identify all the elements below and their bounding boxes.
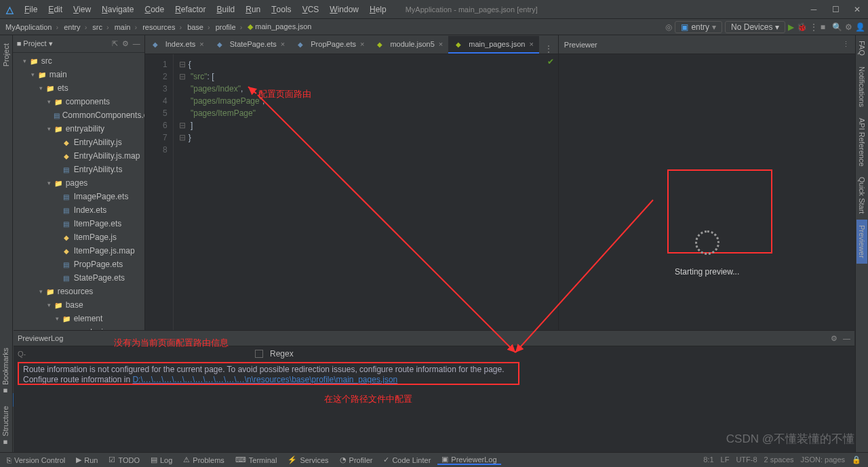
menu-file[interactable]: File bbox=[19, 0, 43, 18]
tree-item[interactable]: ▾📁pages bbox=[13, 176, 144, 190]
menu-help[interactable]: Help bbox=[364, 0, 392, 18]
breadcrumb-item[interactable]: MyApplication bbox=[3, 23, 61, 31]
right-tab-previewer[interactable]: Previewer bbox=[856, 220, 867, 264]
hide-icon[interactable]: — bbox=[133, 39, 140, 48]
right-tab-notifications[interactable]: Notifications bbox=[856, 61, 867, 113]
tree-item[interactable]: ▾📁element bbox=[13, 312, 144, 325]
search-icon[interactable]: 🔍 bbox=[832, 22, 842, 32]
editor-tab[interactable]: ◆main_pages.json× bbox=[448, 36, 539, 54]
breadcrumb-item[interactable]: ◆main_pages.json bbox=[245, 22, 318, 31]
status-tool-log[interactable]: ▤Log bbox=[146, 455, 176, 464]
debug-icon[interactable]: 🐞 bbox=[797, 22, 807, 32]
js-icon: ◆ bbox=[62, 246, 71, 256]
file-icon: ▤ bbox=[62, 219, 71, 228]
collapse-icon[interactable]: ⇱ bbox=[112, 39, 118, 48]
tree-item[interactable]: ▾📁entryability bbox=[13, 122, 144, 136]
status-info[interactable]: JSON: pages bbox=[801, 455, 845, 464]
menu-code[interactable]: Code bbox=[139, 0, 170, 18]
js-icon: ◆ bbox=[62, 151, 71, 161]
status-info[interactable]: 8:1 bbox=[703, 455, 713, 464]
tree-item[interactable]: ▤PropPage.ets bbox=[13, 258, 144, 271]
tree-item[interactable]: ▤EntryAbility.ts bbox=[13, 163, 144, 176]
run-icon[interactable]: ▶ bbox=[788, 22, 794, 32]
minimize-button[interactable]: ─ bbox=[803, 0, 825, 19]
more-run-icon[interactable]: ⋮ bbox=[810, 22, 818, 32]
breadcrumb-item[interactable]: base bbox=[184, 23, 213, 31]
tree-item[interactable]: ▤ImagePage.ets bbox=[13, 190, 144, 203]
run-config-selector[interactable]: ▣entry▾ bbox=[675, 21, 722, 33]
menu-build[interactable]: Build bbox=[212, 0, 241, 18]
menu-vcs[interactable]: VCS bbox=[297, 0, 325, 18]
tree-item[interactable]: ◆ItemPage.js bbox=[13, 230, 144, 244]
close-tab-icon[interactable]: × bbox=[439, 40, 443, 48]
maximize-button[interactable]: ☐ bbox=[825, 0, 846, 19]
close-button[interactable]: ✕ bbox=[846, 0, 868, 19]
tree-item[interactable]: ◆ItemPage.js.map bbox=[13, 244, 144, 258]
close-tab-icon[interactable]: × bbox=[529, 40, 533, 48]
close-tab-icon[interactable]: × bbox=[360, 40, 364, 48]
tree-item[interactable]: ▾📁base bbox=[13, 298, 144, 312]
editor-tab[interactable]: ◆Index.ets× bbox=[145, 36, 210, 54]
tree-item[interactable]: ▤CommonComponents.ets bbox=[13, 108, 144, 122]
tree-item[interactable]: ▾📁components bbox=[13, 95, 144, 108]
status-tool-services[interactable]: ⚡Services bbox=[283, 455, 332, 464]
settings-icon[interactable]: ⚙ bbox=[845, 22, 852, 32]
tree-item[interactable]: ▤ItemPage.ets bbox=[13, 217, 144, 230]
menu-tools[interactable]: Tools bbox=[266, 0, 296, 18]
status-tool-code-linter[interactable]: ✓Code Linter bbox=[379, 455, 435, 464]
breadcrumb-item[interactable]: profile bbox=[213, 23, 245, 31]
status-tool-terminal[interactable]: ⌨Terminal bbox=[231, 455, 281, 464]
status-tool-previewerlog[interactable]: ▣PreviewerLog bbox=[437, 455, 500, 465]
user-icon[interactable]: 👤 bbox=[855, 22, 865, 32]
menu-window[interactable]: Window bbox=[324, 0, 364, 18]
target-icon[interactable]: ◎ bbox=[665, 22, 672, 32]
tree-item[interactable]: ▤Index.ets bbox=[13, 203, 144, 217]
menu-refactor[interactable]: Refactor bbox=[170, 0, 211, 18]
tree-item[interactable]: ▾📁main bbox=[13, 68, 144, 81]
breadcrumb-item[interactable]: src bbox=[90, 23, 111, 31]
tree-item[interactable]: ▾📁ets bbox=[13, 81, 144, 95]
tree-item[interactable]: ◆EntryAbility.js.map bbox=[13, 149, 144, 163]
editor-tab[interactable]: ◆module.json5× bbox=[370, 36, 448, 54]
tree-item[interactable]: ▾📁src bbox=[13, 54, 144, 68]
left-tab-structure[interactable]: ■ Structure bbox=[0, 401, 14, 452]
tree-item[interactable]: ▤StatePage.ets bbox=[13, 271, 144, 285]
editor-tab[interactable]: ◆StatePage.ets× bbox=[210, 36, 291, 54]
close-tab-icon[interactable]: × bbox=[281, 40, 285, 48]
left-tab-bookmarks[interactable]: ■ Bookmarks bbox=[0, 342, 14, 401]
menu-view[interactable]: View bbox=[68, 0, 96, 18]
status-info[interactable]: 2 spaces bbox=[764, 455, 794, 464]
gear-icon[interactable]: ⚙ bbox=[122, 39, 129, 48]
right-tab-api-reference[interactable]: API Reference bbox=[856, 113, 867, 172]
right-tab-faq[interactable]: FAQ bbox=[856, 35, 867, 61]
log-gear-icon[interactable]: ⚙ bbox=[831, 334, 837, 343]
stop-icon[interactable]: ■ bbox=[821, 22, 825, 32]
previewer-menu-icon[interactable]: ⋮ bbox=[842, 40, 850, 49]
json-icon: ◆ bbox=[454, 39, 463, 49]
status-tool-run[interactable]: ▶Run bbox=[72, 455, 102, 464]
editor-tab[interactable]: ◆PropPage.ets× bbox=[290, 36, 370, 54]
breadcrumb-item[interactable]: entry bbox=[61, 23, 90, 31]
log-hide-icon[interactable]: — bbox=[843, 334, 850, 343]
right-tab-quick-start[interactable]: Quick Start bbox=[856, 171, 867, 219]
breadcrumb-item[interactable]: main bbox=[112, 23, 140, 31]
status-tool-problems[interactable]: ⚠Problems bbox=[179, 455, 228, 464]
device-selector[interactable]: No Devices ▾ bbox=[725, 21, 785, 33]
analysis-ok-icon[interactable]: ✔ bbox=[547, 57, 554, 66]
menu-edit[interactable]: Edit bbox=[43, 0, 68, 18]
status-info[interactable]: UTF-8 bbox=[736, 455, 757, 464]
tree-item[interactable]: ◆EntryAbility.js bbox=[13, 136, 144, 149]
status-tool-profiler[interactable]: ◔Profiler bbox=[336, 455, 377, 464]
lock-icon[interactable]: 🔒 bbox=[852, 455, 861, 464]
status-tool-version-control[interactable]: ⎘Version Control bbox=[3, 456, 69, 464]
log-search-input[interactable] bbox=[18, 350, 248, 358]
menu-run[interactable]: Run bbox=[240, 0, 266, 18]
close-tab-icon[interactable]: × bbox=[199, 40, 203, 48]
menu-navigate[interactable]: Navigate bbox=[96, 0, 139, 18]
breadcrumb-item[interactable]: resources bbox=[140, 23, 184, 31]
status-info[interactable]: LF bbox=[721, 455, 730, 464]
tree-item[interactable]: ▾📁resources bbox=[13, 285, 144, 298]
status-tool-todo[interactable]: ☑TODO bbox=[104, 455, 144, 464]
more-tabs-icon[interactable]: ⋮ bbox=[539, 44, 558, 54]
regex-checkbox[interactable] bbox=[255, 350, 263, 358]
